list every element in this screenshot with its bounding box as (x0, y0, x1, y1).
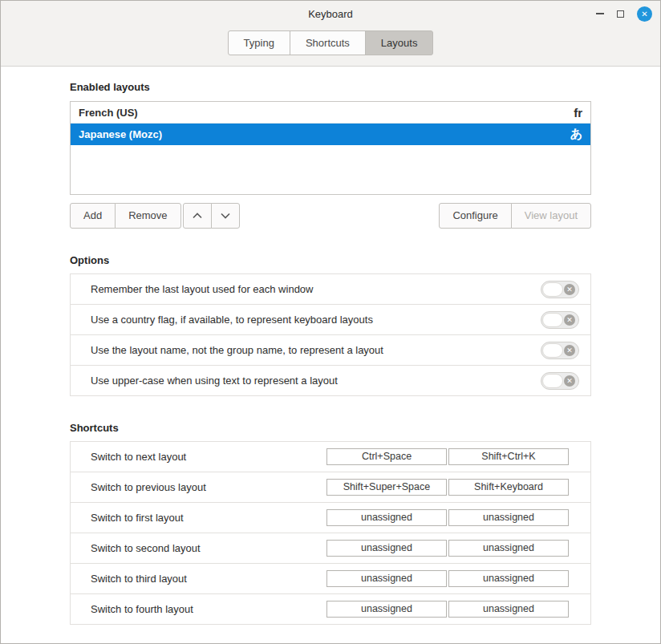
layouts-listbox: French (US) fr Japanese (Mozc) あ (70, 101, 591, 195)
add-layout-button[interactable]: Add (70, 203, 116, 229)
window-header: Keyboard ✕ Typing Shortcuts Layouts (1, 1, 660, 67)
toggle-knob (542, 343, 563, 358)
toggle-off-icon: ✕ (564, 314, 575, 326)
keybinding-button[interactable]: unassigned (448, 570, 569, 587)
layout-name: Japanese (Mozc) (79, 128, 162, 140)
shortcuts-section: Shortcuts Switch to next layout Ctrl+Spa… (70, 422, 591, 625)
remove-layout-button[interactable]: Remove (115, 203, 180, 229)
shortcut-label: Switch to next layout (91, 451, 186, 463)
option-row-layout-name: Use the layout name, not the group name,… (70, 334, 591, 366)
keybinding-button[interactable]: Shift+Keyboard (448, 479, 569, 496)
toggle-knob (542, 374, 563, 388)
layouts-toolbar: Add Remove Configure View layout (70, 203, 591, 229)
keybinding-group: unassigned unassigned (326, 540, 569, 557)
options-heading: Options (70, 254, 591, 266)
keybinding-button[interactable]: Shift+Ctrl+K (448, 448, 569, 465)
maximize-button[interactable] (617, 10, 624, 18)
keybinding-button[interactable]: unassigned (448, 601, 569, 618)
window-controls: ✕ (596, 1, 652, 26)
toggle-off-icon: ✕ (564, 345, 575, 356)
keybinding-group: Ctrl+Space Shift+Ctrl+K (326, 448, 569, 465)
shortcut-row-second-layout: Switch to second layout unassigned unass… (70, 533, 591, 564)
keybinding-button[interactable]: unassigned (448, 540, 569, 557)
toggle-switch-off[interactable]: ✕ (541, 281, 579, 298)
layout-list-item-selected[interactable]: Japanese (Mozc) あ (71, 124, 590, 145)
shortcuts-heading: Shortcuts (70, 422, 591, 434)
keybinding-button[interactable]: unassigned (326, 601, 447, 618)
shortcut-row-third-layout: Switch to third layout unassigned unassi… (70, 563, 591, 594)
shortcut-label: Switch to third layout (91, 573, 187, 585)
shortcut-label: Switch to fourth layout (91, 603, 193, 615)
keybinding-button[interactable]: unassigned (326, 540, 447, 557)
toggle-switch-off[interactable]: ✕ (541, 372, 579, 390)
shortcut-row-previous-layout: Switch to previous layout Shift+Super+Sp… (70, 472, 591, 503)
layouts-page: Enabled layouts French (US) fr Japanese … (1, 67, 660, 644)
keybinding-group: unassigned unassigned (326, 601, 569, 618)
tab-bar: Typing Shortcuts Layouts (1, 26, 660, 66)
tab-typing[interactable]: Typing (228, 30, 290, 55)
enabled-layouts-section: Enabled layouts French (US) fr Japanese … (70, 81, 591, 229)
layouts-action-buttons: Configure View layout (439, 203, 591, 229)
keybinding-button[interactable]: unassigned (326, 570, 447, 587)
toggle-off-icon: ✕ (564, 284, 575, 295)
enabled-layouts-heading: Enabled layouts (70, 81, 591, 93)
move-layout-down-button[interactable] (211, 203, 240, 229)
keybinding-button[interactable]: Shift+Super+Space (326, 479, 447, 496)
shortcut-label: Switch to previous layout (91, 481, 206, 493)
tab-layouts[interactable]: Layouts (365, 30, 434, 55)
option-row-remember-last-layout: Remember the last layout used for each w… (70, 273, 591, 305)
chevron-down-icon (221, 213, 230, 219)
chevron-up-icon (193, 213, 202, 219)
toggle-switch-off[interactable]: ✕ (541, 342, 579, 359)
maximize-icon (617, 10, 624, 18)
titlebar[interactable]: Keyboard ✕ (1, 1, 660, 26)
view-layout-button[interactable]: View layout (511, 203, 591, 229)
tab-shortcuts[interactable]: Shortcuts (290, 30, 366, 55)
minimize-icon (596, 13, 604, 14)
window-title: Keyboard (308, 8, 353, 20)
shortcut-label: Switch to first layout (91, 512, 184, 524)
toggle-off-icon: ✕ (564, 375, 575, 387)
close-icon: ✕ (641, 10, 647, 18)
keyboard-settings-window: Keyboard ✕ Typing Shortcuts Layouts Enab… (0, 0, 661, 644)
close-button[interactable]: ✕ (637, 6, 652, 22)
layout-name: French (US) (79, 107, 138, 119)
shortcut-row-fourth-layout: Switch to fourth layout unassigned unass… (70, 593, 591, 625)
keybinding-group: Shift+Super+Space Shift+Keyboard (326, 479, 569, 496)
minimize-button[interactable] (596, 13, 604, 14)
options-section: Options Remember the last layout used fo… (70, 254, 591, 396)
keybinding-button[interactable]: Ctrl+Space (326, 448, 447, 465)
layouts-edit-buttons: Add Remove (70, 203, 240, 229)
option-label: Use the layout name, not the group name,… (91, 344, 383, 356)
option-row-upper-case: Use upper-case when using text to repres… (70, 365, 591, 396)
option-label: Use upper-case when using text to repres… (91, 375, 338, 387)
toggle-switch-off[interactable]: ✕ (541, 311, 579, 329)
keybinding-group: unassigned unassigned (326, 570, 569, 587)
keybinding-group: unassigned unassigned (326, 509, 569, 526)
move-layout-up-button[interactable] (183, 203, 212, 229)
option-label: Use a country flag, if available, to rep… (91, 314, 373, 326)
toggle-knob (542, 282, 563, 297)
shortcut-row-first-layout: Switch to first layout unassigned unassi… (70, 502, 591, 533)
shortcut-label: Switch to second layout (91, 542, 201, 554)
keybinding-button[interactable]: unassigned (448, 509, 569, 526)
layout-list-item[interactable]: French (US) fr (71, 102, 590, 124)
layout-indicator-icon: fr (574, 106, 582, 119)
layout-indicator-icon: あ (570, 127, 582, 142)
toggle-knob (542, 313, 563, 327)
option-row-country-flag: Use a country flag, if available, to rep… (70, 304, 591, 335)
option-label: Remember the last layout used for each w… (91, 283, 313, 295)
configure-button[interactable]: Configure (439, 203, 511, 229)
shortcut-row-next-layout: Switch to next layout Ctrl+Space Shift+C… (70, 441, 591, 472)
keybinding-button[interactable]: unassigned (326, 509, 447, 526)
